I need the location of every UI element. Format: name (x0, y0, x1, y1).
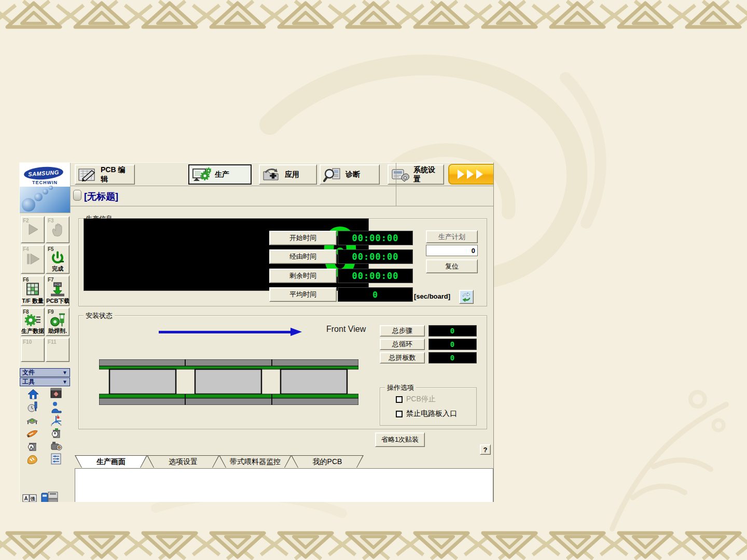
remaining-time-label: 剩余时间 (269, 269, 337, 283)
tab-my-pcb[interactable]: 我的PCB (291, 455, 364, 468)
discard-auto-icon[interactable]: A (26, 440, 38, 452)
decorative-border-top (0, 0, 747, 30)
operator-icon[interactable] (50, 401, 62, 413)
front-view-label: Front View (326, 325, 366, 334)
fkey-f9-flux[interactable]: F9 助焊剂. (46, 307, 70, 336)
machine-status-button[interactable]: IDLE (448, 164, 494, 185)
average-time-label: 平均时间 (269, 287, 337, 302)
total-steps-value: 0 (428, 325, 477, 337)
svg-text:PCB: PCB (54, 284, 61, 287)
document-title-bar: [无标题] (71, 186, 494, 206)
total-steps-label: 总步骤 (380, 325, 425, 337)
samsung-logo: SAMSUNG (23, 165, 63, 180)
main-toolbar: PCB 编辑 生产 应用 (71, 163, 494, 186)
svg-text:A: A (24, 496, 28, 501)
tab-label: PCB 编辑 (101, 165, 131, 184)
hand-stop-icon (50, 222, 65, 236)
print-save-icon[interactable] (40, 491, 59, 502)
flow-direction-arrow (159, 328, 302, 336)
production-plan-input[interactable] (426, 245, 478, 256)
manual-hand-icon[interactable] (26, 453, 38, 465)
step-play-icon (25, 252, 40, 265)
brand-logo: SAMSUNG TECHWIN (20, 163, 71, 213)
fkey-f4-step[interactable]: F4 (21, 245, 45, 274)
reset-button[interactable]: 复位 (426, 259, 478, 273)
sec-per-board-unit: [sec/board] (414, 292, 450, 300)
mark-position-icon[interactable] (50, 387, 62, 399)
logo-artwork (20, 187, 71, 213)
decorative-border-bottom (0, 530, 747, 560)
menu-file[interactable]: 文件▼ (20, 368, 70, 377)
time-pin-icon[interactable] (27, 401, 39, 413)
tab-application[interactable]: 应用 (259, 164, 317, 185)
fkey-f3-stop[interactable]: F3 (46, 216, 70, 243)
coordinate-axes-icon[interactable]: zyx (50, 414, 62, 426)
vision-camera-icon[interactable] (50, 440, 62, 452)
run-arrows-icon (458, 170, 483, 179)
tab-tape-feeder-monitor[interactable]: 带式喂料器监控 (219, 455, 292, 468)
tab-label: 诊断 (345, 170, 360, 179)
discard-warning-icon[interactable] (50, 427, 62, 439)
tab-option-settings[interactable]: 选项设置 (147, 455, 219, 468)
operation-options-group: 操作选项 PCB停止 禁止电路板入口 (380, 387, 477, 426)
fkey-f2-start[interactable]: F2 (21, 216, 45, 243)
application-icon (262, 167, 281, 182)
document-chip-button[interactable] (73, 190, 81, 201)
start-time-label: 开始时间 (269, 231, 337, 245)
document-title: [无标题] (84, 190, 118, 203)
chevron-down-icon: ▼ (62, 379, 67, 385)
nozzle-tool-icon[interactable] (26, 427, 38, 439)
remaining-time-value: 00:00:00 (338, 269, 413, 283)
system-settings-icon (391, 167, 410, 182)
group-title: 安装状态 (84, 311, 115, 320)
svg-text:强: 强 (31, 496, 36, 501)
tab-label: 应用 (285, 170, 299, 179)
total-boards-label: 总拼板数 (380, 352, 425, 363)
pcb-stop-checkbox[interactable] (396, 396, 403, 403)
pcb-stop-option: PCB停止 (396, 395, 436, 404)
menu-tools[interactable]: 工具▼ (20, 377, 70, 386)
board-entry-block-checkbox[interactable] (396, 411, 403, 417)
pcb-edit-icon (78, 167, 97, 182)
techwin-logo-text: TECHWIN (32, 180, 58, 185)
elapsed-time-value: 00:00:00 (338, 249, 413, 264)
total-cycles-value: 0 (428, 339, 477, 350)
play-icon (26, 222, 39, 236)
chevron-down-icon: ▼ (62, 370, 67, 375)
tab-diagnosis[interactable]: 诊断 (320, 164, 380, 185)
tab-production-screen[interactable]: 生产画面 (75, 455, 147, 468)
fkey-f10[interactable]: F10 (21, 338, 45, 362)
help-button[interactable]: ? (480, 444, 491, 455)
pcb-download-icon: PCB (50, 282, 65, 297)
production-plan-label: 生产计划 (426, 230, 478, 243)
option-list-icon[interactable] (50, 453, 62, 465)
flux-syringe-icon (50, 313, 65, 328)
tab-content-area (75, 468, 493, 502)
svg-text:x: x (60, 423, 62, 426)
conveyor-graphic (99, 359, 358, 405)
skip-one-placement-button[interactable]: 省略1次贴装 (375, 432, 425, 447)
toggle-unit-button[interactable] (459, 290, 474, 304)
total-cycles-label: 总循环 (380, 339, 425, 350)
language-switch-icon[interactable]: A强 (22, 493, 37, 502)
app-window: SAMSUNG TECHWIN PCB 编辑 (19, 162, 494, 502)
fkey-f8-production-data[interactable]: F8 生产数据 (21, 307, 45, 336)
tab-label: 生产 (215, 170, 229, 179)
tab-pcb-edit[interactable]: PCB 编辑 (75, 164, 135, 185)
diagnosis-icon (323, 167, 342, 182)
home-icon[interactable] (27, 388, 39, 400)
fkey-f5-finish[interactable]: F5 完成 (46, 245, 70, 274)
swap-arrows-icon (461, 292, 472, 302)
fkey-f7-pcb-download[interactable]: F7 PCB PCB下载 (46, 275, 70, 306)
group-title: 操作选项 (385, 383, 416, 393)
production-icon (192, 167, 211, 182)
board-entry-block-option: 禁止电路板入口 (396, 409, 457, 418)
fkey-f6-tf-count[interactable]: F6 T/F 数量 (21, 275, 45, 306)
toolbar-divider (396, 163, 396, 206)
power-finish-icon (50, 250, 65, 265)
machine-table-icon[interactable] (26, 414, 38, 426)
fkey-f11[interactable]: F11 (46, 338, 70, 362)
grid-count-icon (25, 282, 40, 297)
gear-data-icon (24, 313, 41, 328)
tab-production[interactable]: 生产 (188, 164, 252, 185)
